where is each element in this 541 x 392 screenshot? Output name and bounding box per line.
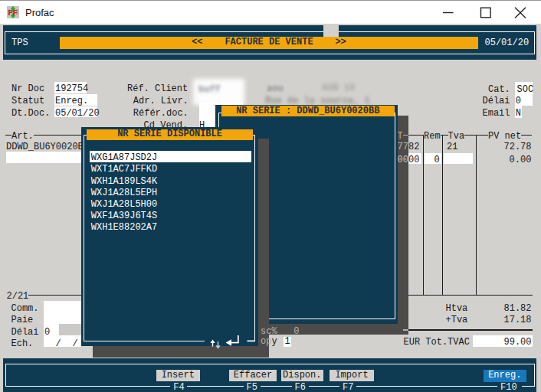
svg-text:F: F (13, 8, 18, 18)
